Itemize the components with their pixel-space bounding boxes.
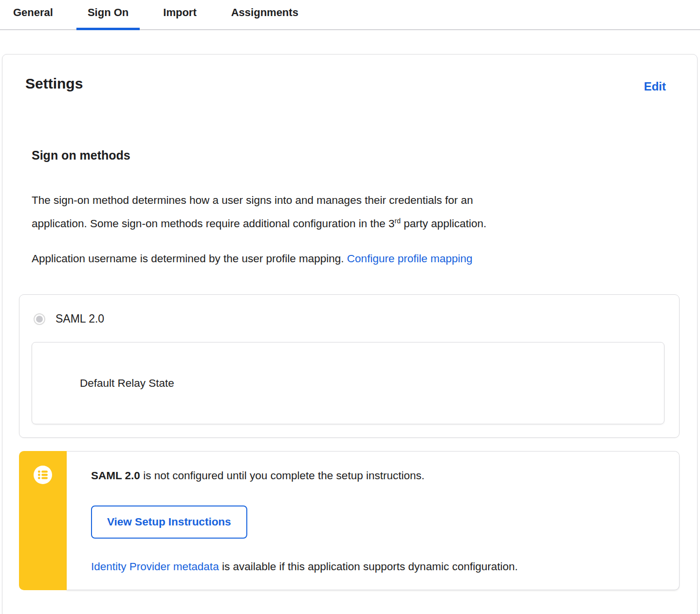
callout-message: SAML 2.0 is not configured until you com… <box>91 469 660 482</box>
settings-card: Settings Edit Sign on methods The sign-o… <box>2 54 698 614</box>
saml-radio[interactable] <box>34 313 45 325</box>
tab-bar: General Sign On Import Assignments <box>0 0 700 30</box>
settings-title: Settings <box>25 75 83 92</box>
view-setup-instructions-button[interactable]: View Setup Instructions <box>91 506 247 539</box>
default-relay-state-field: Default Relay State <box>32 342 664 424</box>
default-relay-state-label: Default Relay State <box>80 377 174 390</box>
identity-provider-metadata-link[interactable]: Identity Provider metadata <box>91 560 219 573</box>
callout-message-bold: SAML 2.0 <box>91 470 140 482</box>
username-mapping-note: Application username is determined by th… <box>32 247 655 271</box>
callout-body: SAML 2.0 is not configured until you com… <box>67 451 680 590</box>
saml-radio-label: SAML 2.0 <box>55 312 104 325</box>
description-line2: application. Some sign-on methods requir… <box>32 217 394 230</box>
callout-message-rest: is not configured until you complete the… <box>140 470 424 482</box>
configure-profile-mapping-link[interactable]: Configure profile mapping <box>347 253 473 265</box>
sign-on-methods-description: The sign-on method determines how a user… <box>32 189 655 235</box>
sign-on-methods-heading: Sign on methods <box>32 148 680 163</box>
saml-radio-row: SAML 2.0 <box>32 312 664 325</box>
sign-on-methods-section: Sign on methods The sign-on method deter… <box>25 148 680 271</box>
tab-import[interactable]: Import <box>163 0 196 29</box>
callout-metadata-rest: is available if this application support… <box>219 560 518 573</box>
setup-callout: SAML 2.0 is not configured until you com… <box>19 451 680 590</box>
description-line1: The sign-on method determines how a user… <box>32 194 473 206</box>
edit-link[interactable]: Edit <box>644 80 666 93</box>
callout-accent-strip <box>19 451 67 590</box>
settings-card-header: Settings Edit <box>25 75 680 93</box>
saml-method-box: SAML 2.0 Default Relay State <box>19 294 680 438</box>
list-icon <box>34 466 52 486</box>
username-note-text: Application username is determined by th… <box>32 253 347 265</box>
description-line2-end: party application. <box>401 217 486 230</box>
tab-general[interactable]: General <box>13 0 53 29</box>
callout-metadata-note: Identity Provider metadata is available … <box>91 560 660 573</box>
tab-assignments[interactable]: Assignments <box>231 0 298 29</box>
tab-sign-on[interactable]: Sign On <box>88 0 129 29</box>
description-superscript: rd <box>394 217 400 225</box>
